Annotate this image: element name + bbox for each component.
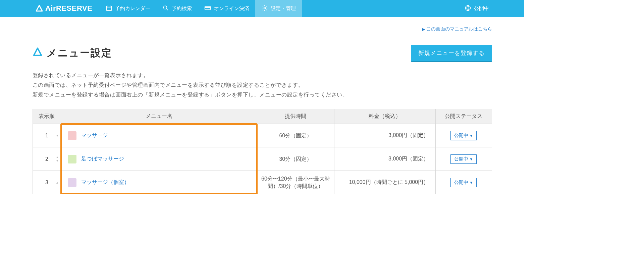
- desc-line: この画面では、ネット予約受付ページや管理画面内でメニューを表示する並び順を設定す…: [33, 80, 492, 90]
- cell-time: 60分（固定）: [257, 124, 334, 147]
- manual-link[interactable]: この画面のマニュアルはこちら: [33, 26, 492, 32]
- th-name: メニュー名: [61, 109, 257, 124]
- th-status: 公開ステータス: [436, 109, 492, 124]
- nav-label: 予約検索: [172, 5, 192, 12]
- order-arrows: ▼: [56, 134, 59, 137]
- desc-line: 登録されているメニューが一覧表示されます。: [33, 71, 492, 80]
- page-title-text: メニュー設定: [47, 46, 112, 60]
- cell-status: 公開中: [436, 171, 492, 194]
- order-arrows: ▲▼: [56, 156, 59, 162]
- header-status-label: 公開中: [474, 5, 489, 12]
- cell-order: 1▼: [33, 124, 61, 147]
- nav-label: オンライン決済: [214, 5, 249, 12]
- nav-payment[interactable]: オンライン決済: [198, 0, 255, 17]
- brand-logo[interactable]: AirRESERVE: [0, 4, 100, 13]
- menu-name-link[interactable]: マッサージ: [81, 132, 108, 139]
- globe-icon: [465, 5, 471, 12]
- cell-order: 3▲: [33, 171, 61, 194]
- color-swatch: [68, 178, 76, 187]
- gear-icon: [261, 5, 268, 12]
- desc-line: 新規でメニューを登録する場合は画面右上の「新規メニューを登録する」ボタンを押下し…: [33, 90, 492, 100]
- cell-name: マッサージ（個室）: [61, 171, 257, 194]
- menu-table: 表示順 メニュー名 提供時間 料金（税込） 公開ステータス 1▼マッサージ60分…: [33, 109, 492, 194]
- page-title-icon: [33, 47, 43, 59]
- page-header: メニュー設定 新規メニューを登録する: [33, 45, 492, 61]
- color-swatch: [68, 155, 76, 163]
- table-row: 2▲▼足つぼマッサージ30分（固定）3,000円（固定）公開中: [33, 147, 492, 171]
- th-price: 料金（税込）: [334, 109, 435, 124]
- table-row: 3▲マッサージ（個室）60分〜120分（最小〜最大時間）/30分（時間単位）10…: [33, 171, 492, 194]
- cell-status: 公開中: [436, 147, 492, 171]
- menu-name-link[interactable]: マッサージ（個室）: [81, 179, 129, 186]
- th-order: 表示順: [33, 109, 61, 124]
- calendar-icon: [106, 5, 112, 12]
- brand-triangle-icon: [35, 4, 43, 12]
- cell-price: 3,000円（固定）: [334, 124, 435, 147]
- order-down-icon[interactable]: ▼: [56, 134, 59, 137]
- nav-calendar[interactable]: 予約カレンダー: [100, 0, 156, 17]
- cell-order: 2▲▼: [33, 147, 61, 171]
- content-area: この画面のマニュアルはこちら メニュー設定 新規メニューを登録する 登録されてい…: [33, 17, 492, 194]
- nav-settings[interactable]: 設定・管理: [255, 0, 302, 17]
- th-time: 提供時間: [257, 109, 334, 124]
- status-dropdown[interactable]: 公開中: [450, 178, 477, 187]
- header-nav: 予約カレンダー 予約検索 オンライン決済 設定・管理: [100, 0, 302, 17]
- cell-time: 30分（固定）: [257, 147, 334, 171]
- table-row: 1▼マッサージ60分（固定）3,000円（固定）公開中: [33, 124, 492, 147]
- card-icon: [204, 5, 211, 12]
- color-swatch: [68, 131, 76, 140]
- search-icon: [162, 5, 169, 12]
- svg-rect-0: [107, 6, 112, 10]
- order-number: 3: [45, 180, 48, 185]
- brand-name: AirRESERVE: [45, 4, 92, 13]
- status-dropdown[interactable]: 公開中: [450, 131, 477, 140]
- cell-time: 60分〜120分（最小〜最大時間）/30分（時間単位）: [257, 171, 334, 194]
- order-number: 1: [45, 133, 48, 138]
- register-menu-button[interactable]: 新規メニューを登録する: [411, 45, 492, 61]
- cell-name: マッサージ: [61, 124, 257, 147]
- order-arrows: ▲: [56, 181, 59, 184]
- order-number: 2: [45, 156, 48, 162]
- status-dropdown[interactable]: 公開中: [450, 154, 477, 164]
- nav-label: 設定・管理: [271, 5, 296, 12]
- header-status[interactable]: 公開中: [465, 5, 524, 12]
- svg-point-3: [264, 7, 266, 9]
- order-up-icon[interactable]: ▲: [56, 156, 59, 159]
- menu-name-link[interactable]: 足つぼマッサージ: [81, 155, 124, 162]
- cell-price: 10,000円（時間ごとに 5,000円）: [334, 171, 435, 194]
- nav-search[interactable]: 予約検索: [156, 0, 198, 17]
- cell-name: 足つぼマッサージ: [61, 147, 257, 171]
- cell-price: 3,000円（固定）: [334, 147, 435, 171]
- page-description: 登録されているメニューが一覧表示されます。 この画面では、ネット予約受付ページや…: [33, 71, 492, 99]
- top-header: AirRESERVE 予約カレンダー 予約検索 オンライン決済 設定・管理 公開…: [0, 0, 524, 17]
- svg-rect-2: [205, 6, 211, 10]
- page-title: メニュー設定: [33, 46, 112, 60]
- order-down-icon[interactable]: ▼: [56, 159, 59, 162]
- order-up-icon[interactable]: ▲: [56, 181, 59, 184]
- table-wrap: 表示順 メニュー名 提供時間 料金（税込） 公開ステータス 1▼マッサージ60分…: [33, 109, 492, 194]
- cell-status: 公開中: [436, 124, 492, 147]
- svg-point-1: [164, 6, 167, 9]
- nav-label: 予約カレンダー: [115, 5, 150, 12]
